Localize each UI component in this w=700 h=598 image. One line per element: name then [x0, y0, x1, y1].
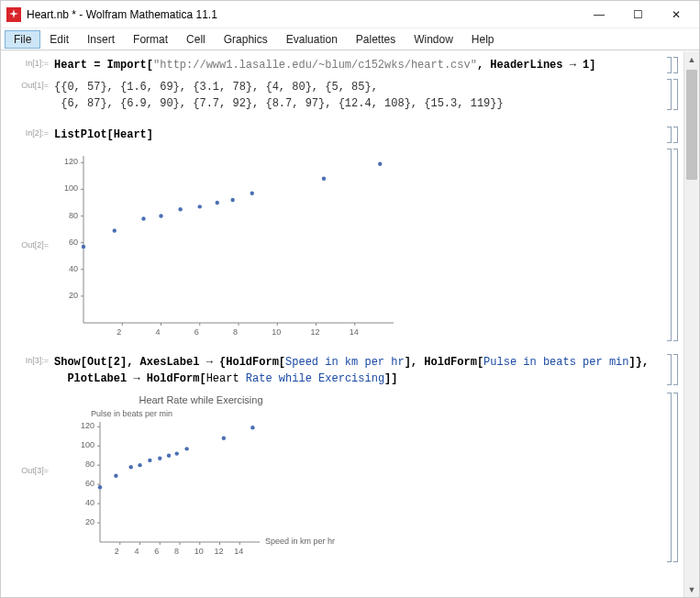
x-tick-label: 14 [350, 327, 359, 337]
svg-point-26 [378, 162, 382, 166]
cell-output-1[interactable]: {{0, 57}, {1.6, 69}, {3.1, 78}, {4, 80},… [54, 79, 660, 112]
svg-point-23 [230, 198, 234, 202]
cell-label-out3: Out[3]= [6, 393, 54, 475]
menu-palettes[interactable]: Palettes [347, 30, 405, 49]
cell-input-3[interactable]: Show[Out[2], AxesLabel → {HoldForm[Speed… [54, 354, 660, 387]
x-tick-label: 4 [156, 327, 161, 337]
cell-input-2[interactable]: ListPlot[Heart] [54, 127, 660, 143]
svg-point-48 [167, 453, 171, 457]
menu-edit[interactable]: Edit [40, 30, 78, 49]
y-tick-label: 20 [85, 517, 94, 526]
x-tick-label: 8 [174, 547, 179, 556]
svg-point-20 [178, 207, 182, 211]
y-tick-label: 80 [69, 211, 78, 220]
window-title: Heart.nb * - Wolfram Mathematica 11.1 [27, 8, 217, 21]
titlebar: Heart.nb * - Wolfram Mathematica 11.1 — … [1, 1, 699, 28]
y-tick-label: 40 [69, 264, 78, 273]
svg-point-44 [129, 465, 133, 469]
y-tick-label: 120 [64, 157, 78, 166]
x-tick-label: 2 [115, 547, 119, 556]
svg-point-25 [322, 177, 326, 181]
x-tick-label: 12 [311, 327, 320, 337]
scroll-up-icon[interactable]: ▲ [684, 51, 699, 67]
svg-marker-0 [9, 9, 18, 18]
x-tick-label: 6 [154, 547, 159, 556]
svg-point-51 [222, 437, 226, 440]
maximize-button[interactable]: ☐ [618, 2, 657, 28]
cell-label-out2: Out[2]= [6, 149, 54, 249]
menu-format[interactable]: Format [124, 30, 177, 49]
minimize-button[interactable]: — [580, 2, 618, 28]
menu-window[interactable]: Window [405, 30, 462, 49]
plot-title: Heart Rate while Exercising [54, 394, 348, 405]
svg-point-50 [184, 447, 188, 450]
y-tick-label: 100 [64, 183, 78, 193]
x-tick-label: 10 [272, 327, 281, 337]
svg-point-52 [250, 426, 254, 429]
y-tick-label: 120 [81, 421, 94, 430]
menu-graphics[interactable]: Graphics [215, 30, 277, 49]
cell-label-out1: Out[1]= [6, 79, 54, 90]
menu-cell[interactable]: Cell [177, 30, 215, 49]
x-axis-label: Speed in km per hr [265, 537, 335, 546]
cell-label-in1: In[1]:= [6, 57, 54, 68]
x-tick-label: 14 [234, 547, 243, 556]
x-tick-label: 4 [135, 547, 139, 556]
svg-point-45 [138, 463, 141, 467]
svg-point-47 [158, 457, 161, 460]
svg-point-43 [114, 473, 117, 477]
svg-point-21 [198, 205, 202, 208]
x-tick-label: 10 [194, 547, 204, 556]
cell-input-1[interactable]: Heart = Import["http://www1.lasalle.edu/… [54, 57, 660, 73]
plot-1[interactable]: 246810121420406080100120 [54, 149, 403, 341]
x-tick-label: 6 [194, 327, 199, 337]
y-tick-label: 40 [85, 498, 94, 507]
x-tick-label: 12 [215, 547, 224, 556]
menu-insert[interactable]: Insert [78, 30, 124, 49]
svg-point-22 [216, 201, 219, 205]
cell-label-in2: In[2]:= [6, 127, 54, 138]
svg-point-49 [175, 451, 179, 455]
app-icon [6, 7, 21, 22]
y-tick-label: 20 [69, 291, 78, 300]
plot-2[interactable]: 246810121420406080100120Heart Rate while… [54, 393, 348, 562]
y-tick-label: 100 [81, 440, 94, 449]
y-tick-label: 60 [69, 238, 78, 247]
menubar: File Edit Insert Format Cell Graphics Ev… [1, 28, 699, 50]
x-tick-label: 8 [233, 327, 238, 337]
scroll-thumb[interactable] [686, 70, 697, 180]
y-tick-label: 80 [85, 460, 94, 469]
y-tick-label: 60 [85, 479, 94, 488]
svg-point-16 [82, 245, 85, 249]
svg-point-18 [141, 216, 145, 220]
svg-point-19 [159, 214, 162, 217]
scroll-down-icon[interactable]: ▼ [684, 581, 699, 597]
vertical-scrollbar[interactable]: ▲ ▼ [683, 51, 699, 597]
menu-evaluation[interactable]: Evaluation [277, 30, 347, 49]
notebook-area[interactable]: In[1]:= Heart = Import["http://www1.lasa… [1, 51, 683, 597]
svg-point-24 [250, 192, 254, 195]
menu-help[interactable]: Help [462, 30, 504, 49]
menu-file[interactable]: File [5, 30, 40, 49]
cell-label-in3: In[3]:= [6, 354, 54, 365]
close-button[interactable]: ✕ [657, 2, 695, 28]
window-controls: — ☐ ✕ [580, 2, 695, 28]
svg-point-46 [148, 459, 151, 462]
svg-point-17 [113, 228, 117, 232]
svg-point-42 [98, 485, 102, 489]
y-axis-label: Pulse in beats per min [91, 409, 172, 418]
x-tick-label: 2 [117, 327, 121, 337]
